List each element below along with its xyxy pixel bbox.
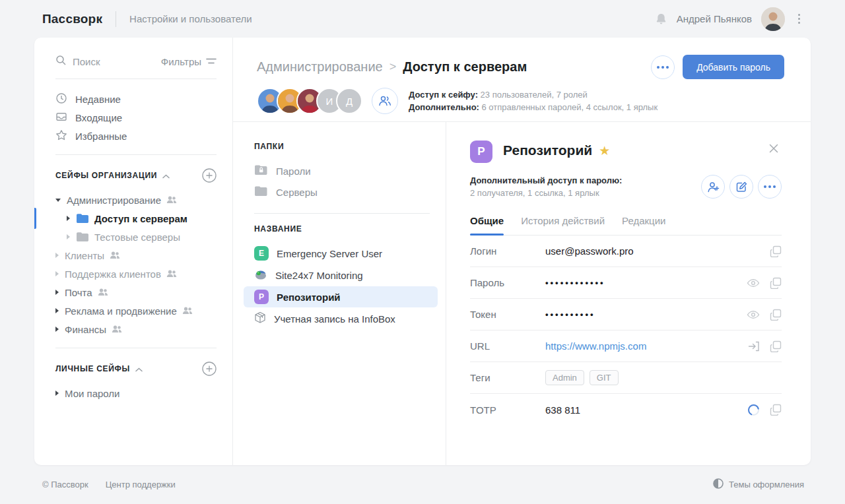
org-vaults-title: СЕЙФЫ ОРГАНИЗАЦИИ bbox=[55, 171, 157, 180]
topbar: Пассворк Настройки и пользователи Андрей… bbox=[0, 0, 845, 38]
eye-icon[interactable] bbox=[747, 278, 760, 288]
breadcrumb-parent[interactable]: Администрирование bbox=[257, 59, 383, 75]
shared-users-icon bbox=[166, 270, 177, 278]
nav-settings-users[interactable]: Настройки и пользователи bbox=[129, 13, 252, 24]
password-masked-value: •••••••••••• bbox=[545, 278, 747, 288]
totp-timer-icon bbox=[747, 404, 760, 416]
sidebar: Фильтры Недавние Входящи bbox=[34, 38, 233, 465]
vault-mail[interactable]: Почта bbox=[34, 283, 232, 301]
site24x7-logo-icon bbox=[254, 268, 267, 282]
vault-label: Поддержка клиентов bbox=[65, 268, 161, 280]
search-input[interactable] bbox=[73, 56, 145, 67]
copy-icon[interactable] bbox=[770, 245, 782, 257]
main-card: Фильтры Недавние Входящи bbox=[34, 38, 811, 465]
folder-test-servers[interactable]: Тестовые серверы bbox=[34, 228, 232, 246]
vault-header: Администрирование > Доступ к серверам До… bbox=[233, 38, 811, 122]
personal-vaults-title: ЛИЧНЫЕ СЕЙФЫ bbox=[55, 364, 130, 373]
close-icon[interactable] bbox=[766, 141, 782, 159]
url-link[interactable]: https://www.npmjs.com bbox=[545, 340, 748, 352]
copy-icon[interactable] bbox=[770, 340, 782, 352]
bell-icon[interactable] bbox=[655, 13, 667, 26]
records-title: НАЗВАНИЕ bbox=[254, 224, 446, 234]
vault-finance[interactable]: Финансы bbox=[34, 320, 232, 338]
add-personal-vault-button[interactable] bbox=[202, 362, 217, 376]
tab-history[interactable]: История действий bbox=[521, 215, 605, 235]
expand-triangle-icon[interactable] bbox=[55, 391, 59, 396]
record-repository-selected[interactable]: P Репозиторий bbox=[244, 286, 438, 307]
app-logo[interactable]: Пассворк bbox=[42, 12, 102, 26]
record-title: Репозиторий bbox=[503, 142, 592, 158]
theme-switcher[interactable]: Темы оформления bbox=[713, 478, 804, 491]
folder-servers[interactable]: Серверы bbox=[233, 181, 446, 203]
expand-triangle-icon[interactable] bbox=[55, 199, 61, 202]
shared-users-icon bbox=[112, 325, 122, 333]
edit-button[interactable] bbox=[729, 175, 753, 199]
copy-icon[interactable] bbox=[770, 277, 782, 289]
user-name[interactable]: Андрей Пьянков bbox=[677, 13, 752, 24]
sidebar-item-inbox[interactable]: Входящие bbox=[55, 108, 217, 127]
expand-triangle-icon[interactable] bbox=[55, 327, 59, 332]
field-login: Логин user@passwork.pro bbox=[470, 236, 782, 267]
theme-icon bbox=[713, 478, 724, 491]
manage-users-button[interactable] bbox=[372, 88, 398, 114]
add-password-button[interactable]: Добавить пароль bbox=[683, 55, 784, 79]
vault-my-passwords[interactable]: Мои пароли bbox=[34, 384, 232, 402]
vault-label: Реклама и продвижение bbox=[65, 305, 177, 317]
tag-chip[interactable]: Admin bbox=[545, 370, 584, 385]
record-label: Учетная запись на InfoBox bbox=[274, 313, 395, 325]
tab-revisions[interactable]: Редакции bbox=[622, 215, 665, 235]
chevron-up-icon[interactable] bbox=[162, 170, 170, 181]
vault-label: Мои пароли bbox=[65, 388, 120, 399]
expand-triangle-icon[interactable] bbox=[67, 234, 70, 239]
main-region: Администрирование > Доступ к серверам До… bbox=[233, 38, 811, 465]
folder-server-access-selected[interactable]: Доступ к серверам bbox=[34, 209, 232, 228]
expand-triangle-icon[interactable] bbox=[55, 290, 59, 295]
vault-advertising[interactable]: Реклама и продвижение bbox=[34, 301, 232, 320]
tag-chip[interactable]: GIT bbox=[590, 370, 619, 385]
open-link-icon[interactable] bbox=[748, 340, 760, 352]
record-more-button[interactable] bbox=[758, 175, 782, 199]
login-value: user@passwork.pro bbox=[545, 245, 770, 257]
sidebar-item-favorites[interactable]: Избранные bbox=[55, 127, 217, 145]
vault-client-support[interactable]: Поддержка клиентов bbox=[34, 265, 232, 283]
eye-icon[interactable] bbox=[747, 309, 760, 320]
extra-value: 6 отправленных паролей, 4 ссылок, 1 ярлы… bbox=[482, 102, 658, 112]
user-avatar[interactable] bbox=[761, 7, 785, 31]
copy-icon[interactable] bbox=[770, 309, 782, 321]
expand-triangle-icon[interactable] bbox=[67, 216, 70, 221]
record-infobox-account[interactable]: Учетная запись на InfoBox bbox=[244, 308, 438, 329]
search-block: Фильтры bbox=[55, 55, 217, 79]
field-totp: TOTP 638 811 bbox=[470, 394, 782, 425]
field-label: Токен bbox=[470, 309, 545, 320]
copy-icon[interactable] bbox=[770, 404, 782, 416]
record-detail-panel: P Репозиторий ★ Дополнительный доступ к … bbox=[446, 122, 811, 465]
record-label: Репозиторий bbox=[277, 292, 341, 303]
favorite-star-icon[interactable]: ★ bbox=[599, 143, 610, 158]
shared-users-icon bbox=[98, 288, 108, 296]
record-emergency-server-user[interactable]: E Emergency Server User bbox=[244, 243, 438, 264]
folders-title: ПАПКИ bbox=[254, 142, 446, 151]
expand-triangle-icon[interactable] bbox=[55, 271, 59, 276]
vault-members-avatars[interactable]: И Д bbox=[257, 88, 362, 114]
folder-passwords[interactable]: Пароли bbox=[233, 160, 446, 181]
support-center-link[interactable]: Центр поддержки bbox=[106, 480, 176, 489]
sidebar-item-recent[interactable]: Недавние bbox=[55, 90, 217, 108]
expand-triangle-icon[interactable] bbox=[55, 308, 59, 313]
box-icon bbox=[254, 311, 266, 326]
filters-button[interactable]: Фильтры bbox=[161, 56, 217, 67]
vault-administration[interactable]: Администрирование bbox=[34, 191, 232, 209]
more-menu-icon[interactable] bbox=[794, 11, 804, 26]
share-user-button[interactable] bbox=[701, 175, 725, 199]
add-vault-button[interactable] bbox=[202, 168, 217, 183]
additional-access-label: Дополнительный доступ к паролю: bbox=[470, 174, 622, 187]
item-label: Недавние bbox=[75, 94, 121, 105]
expand-triangle-icon[interactable] bbox=[55, 253, 59, 258]
vault-clients[interactable]: Клиенты bbox=[34, 246, 232, 265]
folders-list: Пароли Серверы bbox=[233, 160, 446, 203]
record-badge: E bbox=[254, 246, 269, 261]
tab-general[interactable]: Общие bbox=[470, 215, 504, 235]
field-tags: Теги Admin GIT bbox=[470, 362, 782, 394]
record-site24x7-monitoring[interactable]: Site24x7 Monitoring bbox=[244, 265, 438, 286]
vault-more-button[interactable] bbox=[651, 55, 675, 79]
chevron-up-icon[interactable] bbox=[135, 363, 143, 375]
